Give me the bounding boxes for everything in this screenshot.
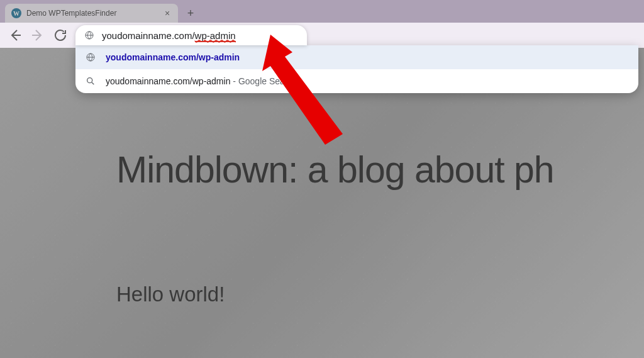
- address-underlined: wp-admin: [195, 30, 236, 42]
- browser-tab[interactable]: W Demo WPTemplatesFinder ×: [5, 4, 178, 23]
- arrow-left-icon: [8, 28, 23, 43]
- browser-toolbar: youdomainname.com/wp-admin youdomainname…: [0, 23, 644, 48]
- wordpress-favicon: W: [11, 8, 21, 18]
- plus-icon: +: [187, 7, 194, 20]
- omnibox-suggestion[interactable]: youdomainname.com/wp-admin: [75, 45, 638, 69]
- search-icon: [86, 76, 96, 86]
- favicon-letter: W: [13, 10, 19, 17]
- page-subheading: Hello world!: [116, 282, 644, 306]
- suggestion-text: youdomainname.com/wp-admin: [106, 52, 240, 62]
- new-tab-button[interactable]: +: [182, 4, 199, 22]
- address-prefix: youdomainname.com/: [102, 30, 195, 41]
- close-tab-button[interactable]: ×: [163, 9, 172, 18]
- back-button[interactable]: [8, 28, 23, 43]
- close-icon: ×: [165, 9, 170, 18]
- tab-strip: W Demo WPTemplatesFinder × +: [0, 0, 644, 23]
- arrow-right-icon: [30, 28, 45, 43]
- address-bar-wrapper: youdomainname.com/wp-admin youdomainname…: [75, 25, 636, 45]
- omnibox-dropdown: youdomainname.com/wp-admin youdomainname…: [75, 45, 638, 93]
- page-content: Mindblown: a blog about ph Hello world!: [0, 48, 644, 358]
- omnibox-suggestion[interactable]: youdomainname.com/wp-admin - Google Sear…: [75, 69, 638, 93]
- suggestion-text: youdomainname.com/wp-admin: [106, 76, 230, 86]
- svg-point-2: [87, 78, 92, 83]
- forward-button[interactable]: [30, 28, 45, 43]
- tab-title: Demo WPTemplatesFinder: [26, 9, 158, 18]
- globe-icon: [86, 52, 96, 62]
- address-text: youdomainname.com/wp-admin: [102, 30, 236, 41]
- reload-button[interactable]: [53, 28, 68, 43]
- globe-icon[interactable]: [84, 30, 94, 40]
- reload-icon: [53, 28, 68, 43]
- address-bar[interactable]: youdomainname.com/wp-admin: [75, 25, 307, 45]
- suggestion-suffix: - Google Search: [230, 76, 297, 86]
- page-heading: Mindblown: a blog about ph: [116, 148, 644, 191]
